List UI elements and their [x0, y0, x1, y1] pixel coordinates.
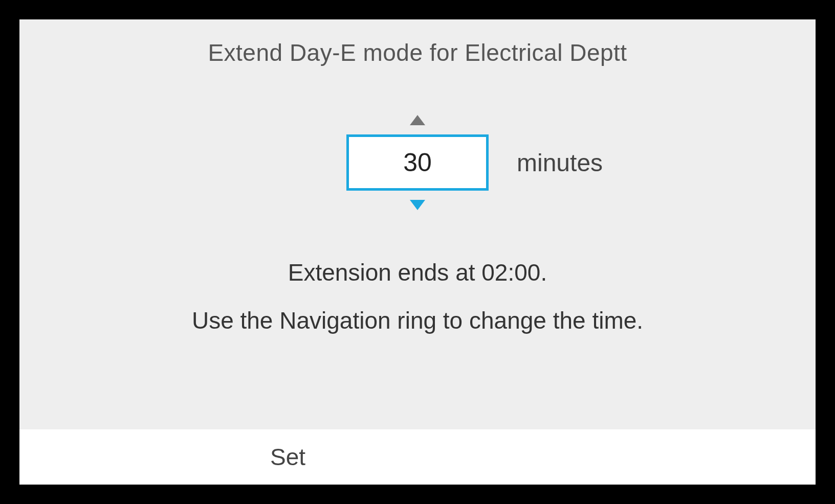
stepper-wrapper: 30 minutes: [346, 115, 489, 210]
content-area: Extend Day-E mode for Electrical Deptt 3…: [19, 19, 816, 429]
extension-end-time: Extension ends at 02:00.: [192, 259, 643, 286]
stepper-section: 30 minutes: [346, 115, 489, 210]
dialog-title: Extend Day-E mode for Electrical Deptt: [208, 39, 627, 66]
increment-arrow-icon[interactable]: [410, 115, 425, 125]
unit-label: minutes: [517, 149, 603, 177]
stepper-row: 30 minutes: [346, 134, 489, 191]
extend-mode-panel: Extend Day-E mode for Electrical Deptt 3…: [19, 19, 816, 485]
decrement-arrow-icon[interactable]: [410, 200, 425, 210]
set-button[interactable]: Set: [270, 443, 305, 471]
instruction-text: Use the Navigation ring to change the ti…: [192, 307, 643, 334]
info-section: Extension ends at 02:00. Use the Navigat…: [192, 259, 643, 334]
duration-input[interactable]: 30: [346, 134, 489, 191]
button-bar: Set: [19, 429, 816, 485]
